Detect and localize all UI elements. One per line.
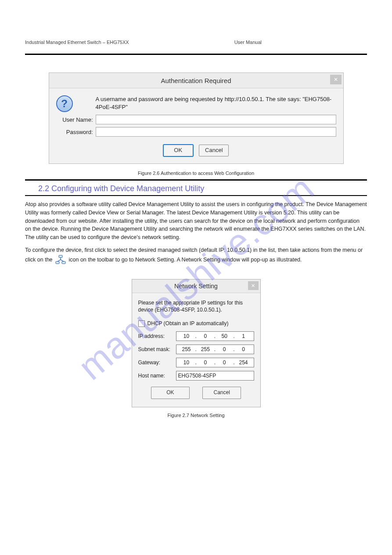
password-label: Password: <box>56 129 93 135</box>
hostname-input[interactable]: EHG7508-4SFP <box>176 371 254 381</box>
auth-dialog: Authentication Required ✕ ? A username a… <box>49 73 344 164</box>
cancel-button[interactable]: Cancel <box>199 145 229 156</box>
network-setting-dialog: Network Setting ✕ Please set the appropr… <box>132 279 261 407</box>
ip-address-label: IP address: <box>138 333 176 339</box>
question-icon: ? <box>56 94 93 112</box>
username-label: User Name: <box>56 116 93 123</box>
network-icon <box>55 254 66 266</box>
divider <box>25 195 367 196</box>
divider <box>25 179 367 181</box>
hostname-label: Host name: <box>138 373 176 379</box>
net-titlebar: Network Setting ✕ <box>132 279 260 293</box>
password-input[interactable] <box>96 127 336 137</box>
para2-after: icon on the toolbar to go to Network Set… <box>69 257 302 263</box>
header-center: User Manual <box>234 40 262 45</box>
dhcp-checkbox[interactable] <box>138 320 145 327</box>
svg-rect-1 <box>56 261 59 264</box>
figure-caption-1: Figure 2.6 Authentication to access Web … <box>25 170 367 176</box>
svg-rect-0 <box>59 255 62 258</box>
svg-rect-2 <box>62 261 65 264</box>
page-header: Industrial Managed Ethernet Switch – EHG… <box>25 40 367 45</box>
ip-address-input[interactable]: 10. 0. 50. 1 <box>176 331 254 341</box>
auth-titlebar: Authentication Required ✕ <box>49 73 343 88</box>
close-icon[interactable]: ✕ <box>248 281 259 290</box>
gateway-input[interactable]: 10. 0. 0. 254 <box>176 358 254 367</box>
ok-button[interactable]: OK <box>163 145 193 156</box>
divider <box>25 54 367 55</box>
gateway-label: Gateway: <box>138 359 176 366</box>
auth-message: A username and password are being reques… <box>96 95 336 111</box>
figure-caption-2: Figure 2.7 Network Setting <box>25 413 367 418</box>
ok-button[interactable]: OK <box>151 387 190 399</box>
net-title: Network Setting <box>174 283 218 290</box>
paragraph-2: To configure the device, first click to … <box>25 246 367 266</box>
username-input[interactable] <box>96 115 336 124</box>
subnet-mask-label: Subnet mask: <box>138 346 176 352</box>
header-left: Industrial Managed Ethernet Switch – EHG… <box>25 40 129 45</box>
close-icon[interactable]: ✕ <box>330 75 342 84</box>
svg-line-4 <box>58 260 61 261</box>
svg-line-5 <box>61 260 64 261</box>
net-message: Please set the appropriate IP settings f… <box>138 299 254 313</box>
paragraph-1: Atop also provides a software utility ca… <box>25 200 367 242</box>
auth-title: Authentication Required <box>161 77 231 84</box>
cancel-button[interactable]: Cancel <box>202 387 241 399</box>
dhcp-label: DHCP (Obtain an IP automatically) <box>147 320 229 326</box>
subnet-mask-input[interactable]: 255. 255. 0. 0 <box>176 345 254 354</box>
section-heading: 2.2 Configuring with Device Management U… <box>38 184 367 193</box>
